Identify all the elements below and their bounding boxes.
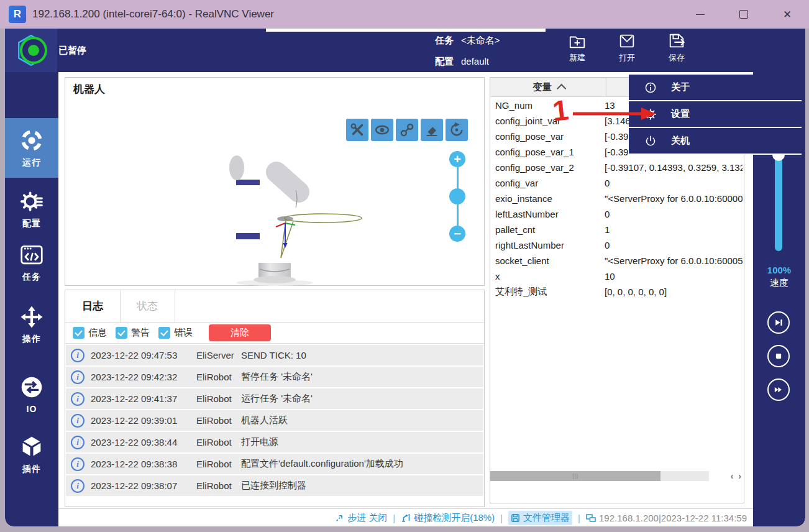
realvnc-logo-icon: R bbox=[9, 6, 26, 23]
sidebar-item-operate[interactable]: 操作 bbox=[5, 300, 58, 349]
scroll-left-icon[interactable]: ‹ bbox=[731, 471, 734, 481]
step-mode-label: 步进 关闭 bbox=[347, 512, 387, 524]
visibility-button[interactable] bbox=[371, 119, 393, 141]
fast-forward-button[interactable] bbox=[767, 378, 790, 401]
window-title: 192.168.1.200 (intel-corei7-64:0) - Real… bbox=[32, 8, 274, 21]
vnc-toolbar-strip[interactable] bbox=[266, 29, 546, 32]
speed-slider-track[interactable] bbox=[775, 154, 782, 251]
tools-button[interactable] bbox=[346, 119, 368, 141]
filter-warning-label: 警告 bbox=[131, 327, 150, 339]
scroll-right-icon[interactable]: › bbox=[738, 471, 741, 481]
log-row: i 2023-12-22 09:39:01 EliRobot 机器人活跃 bbox=[66, 410, 483, 431]
sidebar-item-label: 运行 bbox=[22, 157, 41, 168]
log-time: 2023-12-22 09:42:32 bbox=[91, 372, 196, 382]
variable-row[interactable]: socket_client"<ServerProxy for 6.0.0.10:… bbox=[490, 253, 743, 268]
zoom-out-button[interactable]: − bbox=[449, 226, 465, 242]
robot-status-label: 已暂停 bbox=[58, 45, 86, 57]
variable-row[interactable]: x10 bbox=[490, 268, 743, 284]
save-icon bbox=[667, 32, 687, 50]
collision-detect-toggle[interactable]: 碰撞检测开启(18%) bbox=[401, 512, 495, 524]
variable-value: [-0.39 bbox=[605, 131, 628, 142]
log-row: i 2023-12-22 09:41:37 EliRobot 运行任务 '未命名… bbox=[66, 388, 483, 409]
file-manager-button[interactable]: 文件管理器 bbox=[508, 511, 572, 525]
maximize-icon bbox=[739, 10, 748, 19]
variables-header-cell[interactable]: 变量 bbox=[490, 78, 606, 96]
eraser-icon bbox=[423, 121, 441, 139]
stop-button[interactable] bbox=[767, 345, 790, 367]
sidebar-item-label: IO bbox=[27, 404, 37, 414]
menu-item-shutdown[interactable]: 关机 bbox=[629, 128, 802, 155]
variable-row[interactable]: exio_instance"<ServerProxy for 6.0.0.10:… bbox=[490, 191, 743, 206]
log-panel: 日志 状态 信息 警告 错误 清除 i 2023-12-22 09:47:53 … bbox=[65, 290, 485, 507]
io-icon bbox=[19, 375, 44, 400]
step-play-button[interactable] bbox=[767, 311, 790, 334]
variable-value: "<ServerProxy for 6.0.0.10:60000, bbox=[605, 193, 743, 204]
eye-icon bbox=[373, 121, 391, 139]
reset-view-button[interactable] bbox=[446, 119, 468, 141]
variable-row[interactable]: pallet_cnt1 bbox=[490, 222, 743, 237]
sidebar-item-config[interactable]: 配置 bbox=[5, 184, 58, 234]
connection-info: 192.168.1.200|2023-12-22 11:34:59 bbox=[586, 513, 747, 523]
variable-value: [0, 0, 0, 0, 0, 0] bbox=[605, 287, 667, 297]
tab-status[interactable]: 状态 bbox=[120, 290, 175, 322]
variable-name: 艾利特_测试 bbox=[495, 286, 605, 298]
filter-warning-checkbox[interactable] bbox=[116, 327, 127, 339]
menu-item-label: 设置 bbox=[671, 108, 690, 120]
new-folder-icon bbox=[567, 32, 587, 50]
filter-info-checkbox[interactable] bbox=[73, 327, 85, 339]
gear-icon bbox=[19, 189, 44, 214]
connection-label: 192.168.1.200|2023-12-22 11:34:59 bbox=[599, 513, 747, 523]
file-manager-label: 文件管理器 bbox=[523, 512, 570, 524]
log-source: EliRobot bbox=[196, 415, 241, 426]
variable-value: 0 bbox=[605, 240, 610, 250]
status-separator: | bbox=[578, 513, 580, 523]
scrollbar-thumb[interactable]: ||| bbox=[490, 471, 660, 481]
save-task-button[interactable]: 保存 bbox=[659, 32, 695, 69]
log-time: 2023-12-22 09:41:37 bbox=[91, 393, 196, 404]
tab-log[interactable]: 日志 bbox=[65, 290, 121, 322]
variable-row[interactable]: rightLastNumber0 bbox=[490, 237, 743, 253]
info-icon: i bbox=[71, 349, 85, 362]
sidebar-item-label: 配置 bbox=[22, 218, 41, 229]
path-nodes-icon bbox=[398, 121, 416, 139]
zoom-in-button[interactable]: + bbox=[449, 151, 465, 167]
variable-name: pallet_cnt bbox=[495, 224, 605, 235]
robot-status-dot-icon bbox=[28, 45, 39, 56]
variable-value: 0 bbox=[605, 209, 610, 219]
collision-label: 碰撞检测开启(18%) bbox=[414, 512, 495, 524]
stop-icon bbox=[772, 349, 785, 363]
menu-item-about[interactable]: 关于 bbox=[629, 75, 802, 101]
zoom-slider-handle[interactable] bbox=[449, 188, 465, 204]
eraser-button[interactable] bbox=[421, 119, 443, 141]
variable-row[interactable]: leftLastNumber0 bbox=[490, 206, 743, 222]
sidebar-item-plugin[interactable]: 插件 bbox=[5, 429, 58, 479]
variable-row[interactable]: config_var0 bbox=[490, 175, 743, 191]
step-mode-toggle[interactable]: 步进 关闭 bbox=[335, 512, 387, 524]
horizontal-scrollbar[interactable]: ||| bbox=[490, 471, 709, 481]
close-icon: ✕ bbox=[783, 8, 792, 21]
maximize-button[interactable] bbox=[722, 0, 766, 29]
variable-value: [3.146 bbox=[605, 116, 631, 126]
sidebar-item-task[interactable]: 任务 bbox=[5, 237, 58, 287]
variable-row[interactable]: config_pose_var_2[-0.39107, 0.14393, 0.3… bbox=[490, 160, 743, 175]
step-mode-icon bbox=[335, 513, 344, 523]
log-message: 配置文件'default.configuration'加载成功 bbox=[241, 458, 403, 470]
minimize-button[interactable] bbox=[679, 0, 722, 29]
new-task-button[interactable]: 新建 bbox=[559, 32, 595, 69]
menu-item-settings[interactable]: 设置 bbox=[629, 101, 802, 128]
sidebar-item-label: 操作 bbox=[22, 334, 41, 345]
variable-value: 0 bbox=[605, 178, 610, 188]
variable-row[interactable]: 艾利特_测试[0, 0, 0, 0, 0, 0] bbox=[490, 284, 743, 300]
variable-value: "<ServerProxy for 6.0.0.10:60005, bbox=[605, 255, 743, 266]
clear-log-button[interactable]: 清除 bbox=[209, 324, 271, 341]
config-value: default bbox=[461, 56, 489, 68]
path-nodes-button[interactable] bbox=[396, 119, 418, 141]
log-time: 2023-12-22 09:39:01 bbox=[91, 415, 196, 426]
filter-error-checkbox[interactable] bbox=[158, 327, 170, 339]
open-task-button[interactable]: 打开 bbox=[609, 32, 645, 69]
variable-name: config_pose_var bbox=[495, 131, 605, 142]
sidebar-item-io[interactable]: IO bbox=[5, 369, 58, 419]
move-arrows-icon bbox=[19, 305, 44, 329]
close-button[interactable]: ✕ bbox=[766, 0, 809, 29]
sidebar-item-run[interactable]: 运行 bbox=[5, 118, 58, 178]
